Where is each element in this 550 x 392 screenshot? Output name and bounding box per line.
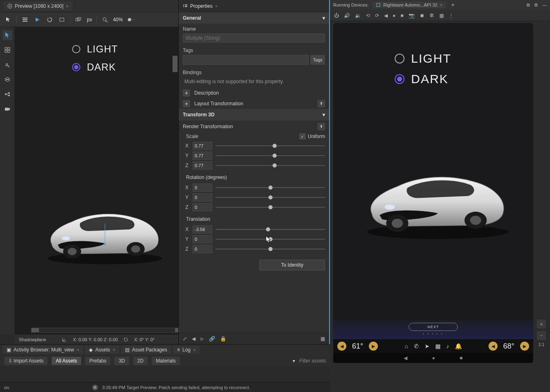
add-layout-transform-button[interactable]: + (183, 100, 190, 107)
scale-y-slider[interactable] (216, 152, 325, 159)
volume-up-icon[interactable]: 🔊 (344, 13, 350, 18)
to-identity-button[interactable]: To Identity (259, 260, 325, 270)
android-home-icon[interactable]: ● (432, 355, 435, 361)
select-tool-icon[interactable] (2, 30, 12, 40)
nav-icon[interactable]: ➤ (425, 343, 430, 349)
tab-asset-packages[interactable]: ▤Asset Packages (121, 346, 171, 354)
text-tool-icon[interactable]: Aa (2, 60, 12, 70)
preview-tab[interactable]: Preview [1080 x 2400] × (3, 2, 73, 11)
filter-prefabs[interactable]: Prefabs (85, 357, 110, 365)
add-tab-icon[interactable]: ＋ (450, 1, 456, 9)
viewport-hscroll[interactable] (31, 328, 178, 333)
gear-icon[interactable]: ⚙ (534, 2, 538, 8)
android-overview-icon[interactable]: ■ (460, 355, 463, 361)
layers-icon[interactable] (75, 16, 83, 24)
next-button[interactable]: NEXT (409, 323, 458, 331)
close-icon[interactable]: × (215, 4, 218, 9)
apps-icon[interactable]: ▦ (435, 343, 441, 349)
grid-tool-icon[interactable] (2, 45, 12, 55)
screenshot-icon[interactable]: 📷 (409, 13, 415, 18)
back-nav-icon[interactable]: ◀ (384, 13, 388, 18)
prev-icon[interactable]: ◀ (192, 336, 195, 342)
close-icon[interactable]: × (193, 347, 195, 352)
filter-all-assets[interactable]: All Assets (52, 357, 81, 365)
zoom-out-button[interactable]: － (537, 331, 546, 340)
car-model[interactable] (43, 199, 166, 265)
zoom-icon[interactable] (101, 16, 109, 24)
tags-input[interactable] (183, 55, 309, 65)
rotate-icon[interactable] (123, 337, 128, 342)
device-screen[interactable]: LIGHT DARK NEXT • • • • • (333, 23, 533, 363)
rot-x-input[interactable] (193, 184, 212, 192)
scale-z-slider[interactable] (216, 162, 325, 169)
list-icon[interactable] (21, 16, 29, 24)
close-icon[interactable]: × (66, 4, 68, 9)
zoom-in-button[interactable]: ＋ (537, 319, 546, 329)
add-panel-icon[interactable]: ▦ (320, 336, 325, 342)
minimize-icon[interactable]: — (542, 2, 547, 7)
zoom-slider-knob-icon[interactable] (127, 16, 135, 24)
trans-x-input[interactable] (193, 225, 212, 233)
error-icon[interactable]: ✕ (92, 385, 98, 390)
power-icon[interactable]: ⏻ (334, 13, 339, 18)
transform3d-section-header[interactable]: Transform 3D ▾ (179, 109, 329, 120)
trans-z-input[interactable] (193, 245, 212, 253)
home-icon[interactable]: ⌂ (405, 343, 408, 349)
overflow-icon[interactable]: ⋮ (449, 13, 454, 18)
temp2-down-button[interactable]: ◀ (489, 342, 498, 351)
volume-down-icon[interactable]: 🔉 (355, 13, 361, 18)
add-description-button[interactable]: + (183, 89, 190, 97)
android-back-icon[interactable]: ◀ (404, 355, 407, 361)
phone-icon[interactable]: ✆ (414, 343, 419, 349)
temp-up-button[interactable]: ▶ (369, 342, 378, 351)
filter-2d[interactable]: 2D (133, 357, 148, 365)
more-icon[interactable]: ▦ (439, 13, 444, 18)
cursor-tool-icon[interactable] (4, 16, 12, 24)
music-icon[interactable]: ♪ (446, 343, 449, 349)
name-input[interactable] (183, 34, 325, 43)
refresh-icon[interactable] (45, 16, 54, 24)
uniform-toggle[interactable]: Uniform (300, 134, 325, 139)
preview-viewport[interactable]: LIGHT DARK (15, 27, 178, 334)
temp-down-button[interactable]: ◀ (337, 342, 346, 351)
properties-tab[interactable]: Properties × (179, 0, 329, 12)
next-icon[interactable]: ▶ (200, 336, 204, 342)
rotate-left-icon[interactable]: ⟲ (366, 13, 370, 18)
expand-icon[interactable]: ⤢ (183, 336, 187, 342)
rot-y-input[interactable] (193, 193, 212, 202)
filter-assets-input[interactable]: Filter assets (299, 358, 326, 364)
scale-x-input[interactable] (193, 142, 212, 150)
overview-nav-icon[interactable]: ■ (400, 13, 403, 18)
tags-button[interactable]: Tags (310, 55, 325, 65)
device-theme-dark-option[interactable]: DARK (395, 72, 451, 86)
device-tab[interactable]: Rightware Automo...API 32 × (373, 2, 446, 8)
trans-z-slider[interactable] (216, 246, 325, 252)
trans-y-input[interactable] (193, 235, 212, 243)
rot-x-slider[interactable] (216, 184, 325, 191)
device-theme-light-option[interactable]: LIGHT (395, 52, 451, 66)
rot-y-slider[interactable] (216, 194, 325, 201)
upload-icon[interactable] (318, 123, 325, 130)
record-icon[interactable]: ⏺ (420, 13, 425, 18)
tab-activity-browser[interactable]: ▣Activity Browser: Multi_view× (2, 346, 83, 354)
lock-icon[interactable]: 🔒 (220, 336, 226, 342)
node-tool-icon[interactable] (2, 89, 12, 99)
scale-z-input[interactable] (193, 161, 212, 170)
filter-materials[interactable]: Materials (152, 357, 180, 365)
scale-y-input[interactable] (193, 152, 212, 160)
link-icon[interactable]: 🔗 (209, 336, 215, 342)
theme-dark-option[interactable]: DARK (72, 61, 118, 73)
close-icon[interactable]: × (112, 347, 115, 352)
trans-y-slider[interactable] (216, 236, 325, 242)
home-nav-icon[interactable]: ● (393, 13, 395, 18)
theme-light-option[interactable]: LIGHT (72, 43, 118, 55)
settings-icon[interactable]: 🛠 (430, 13, 434, 18)
general-section-header[interactable]: General ▾ (179, 12, 329, 24)
close-icon[interactable]: × (77, 347, 79, 352)
import-assets-button[interactable]: ⇩ Import Assets (4, 357, 48, 365)
close-icon[interactable]: × (440, 2, 442, 7)
viewport-vscroll[interactable] (173, 56, 177, 72)
rotate-right-icon[interactable]: ⟳ (375, 13, 379, 18)
camera-tool-icon[interactable] (2, 104, 12, 114)
frame-icon[interactable] (58, 16, 66, 24)
